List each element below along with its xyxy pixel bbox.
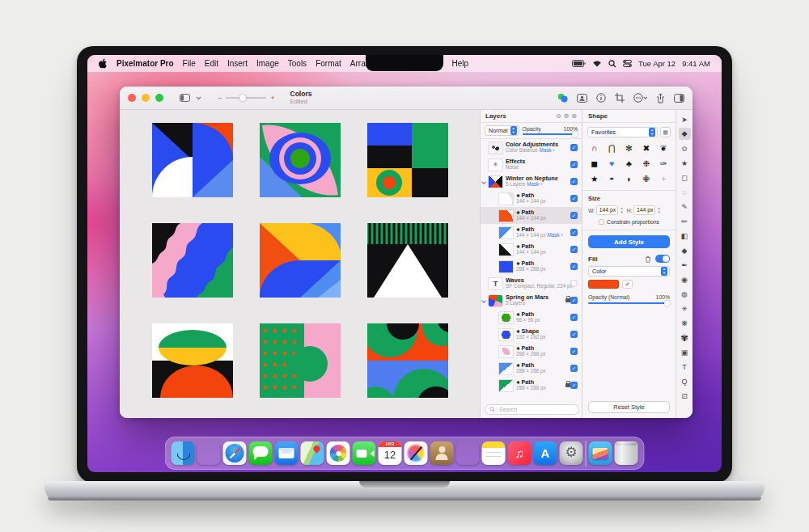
divider[interactable] <box>586 441 587 467</box>
dome-shape[interactable]: ◓ <box>606 173 618 184</box>
layer-visibility-checkbox[interactable] <box>570 246 578 253</box>
clover-shape[interactable]: ♣ <box>623 158 635 169</box>
sidebar-toggle-button[interactable] <box>180 94 190 102</box>
shapes-tool[interactable]: ❖ <box>679 128 691 140</box>
flower-shape[interactable]: ✻ <box>623 142 635 154</box>
menu-item[interactable]: Insert <box>227 59 248 68</box>
layer-visibility-checkbox[interactable] <box>570 348 578 355</box>
blur-tool[interactable]: ◍ <box>679 288 691 300</box>
layer-visibility-checkbox[interactable] <box>570 212 578 219</box>
sidebar-chevron-icon[interactable] <box>196 96 201 100</box>
zoom-slider-knob[interactable] <box>239 95 246 101</box>
insert-button[interactable] <box>557 93 568 103</box>
layer-thumbnail[interactable] <box>499 193 513 205</box>
blob-shape[interactable]: ◼ <box>588 158 600 169</box>
safari[interactable] <box>223 441 247 465</box>
layer-visibility-checkbox[interactable] <box>570 365 578 372</box>
messages[interactable] <box>249 441 273 465</box>
eraser-tool[interactable]: ◆ <box>679 244 691 256</box>
trash-icon[interactable] <box>645 255 651 263</box>
document-canvas[interactable] <box>120 110 480 418</box>
fill-color-swatch[interactable] <box>588 280 619 289</box>
crop-button[interactable] <box>615 93 625 103</box>
clone-tool[interactable]: ◉ <box>679 273 691 285</box>
maps[interactable] <box>301 441 324 465</box>
frame-tool[interactable]: ▣ <box>679 346 691 358</box>
finder[interactable] <box>172 441 195 465</box>
artwork-8[interactable] <box>260 323 341 398</box>
layer-visibility-checkbox[interactable] <box>570 178 578 185</box>
mail[interactable] <box>275 441 299 465</box>
layer-mask-link[interactable]: Mask › <box>548 233 563 239</box>
share-button[interactable] <box>656 93 665 103</box>
menu-item[interactable]: Image <box>256 59 279 68</box>
layers-search-input[interactable] <box>498 406 574 413</box>
fill-opacity-knob[interactable] <box>664 301 670 306</box>
layer-thumbnail[interactable] <box>489 142 502 154</box>
artwork-5[interactable] <box>260 223 341 298</box>
star-shape[interactable]: ★ <box>588 173 600 184</box>
sharpen-tool[interactable]: ✳ <box>679 302 691 315</box>
layer-row[interactable]: Path 288 × 288 px <box>481 258 582 275</box>
calendar[interactable]: APR 12 <box>379 441 402 465</box>
layer-row[interactable]: Path 96 × 96 px <box>481 309 582 326</box>
layer-visibility-checkbox[interactable] <box>570 331 578 338</box>
lock-icon[interactable] <box>565 383 570 387</box>
layer-visibility-checkbox[interactable] <box>570 297 578 304</box>
eyedropper-icon[interactable]: ✐ <box>622 280 633 289</box>
fill-toggle[interactable] <box>655 255 670 263</box>
contacts[interactable] <box>430 441 454 465</box>
width-stepper[interactable]: ▲▼ <box>620 206 623 214</box>
spotlight-icon[interactable] <box>608 60 616 68</box>
chevron-down-icon[interactable] <box>481 298 486 303</box>
height-field[interactable]: 144 px <box>633 205 655 215</box>
artwork-4[interactable] <box>152 223 233 298</box>
layer-thumbnail[interactable] <box>489 295 502 306</box>
zoom-in-button[interactable]: + <box>270 94 274 102</box>
more-tools-button[interactable] <box>633 93 647 103</box>
crop-tool[interactable]: ⊡ <box>679 390 691 402</box>
rect-select-tool[interactable]: ◻ <box>679 171 691 184</box>
opacity-slider-knob[interactable] <box>572 132 578 137</box>
layer-thumbnail[interactable] <box>489 176 502 188</box>
menu-item[interactable]: Format <box>316 59 341 68</box>
artwork-1[interactable] <box>152 123 233 197</box>
close-button[interactable] <box>128 94 136 102</box>
width-field[interactable]: 144 px <box>596 205 618 215</box>
info-button[interactable] <box>596 93 606 103</box>
heal-tool[interactable]: ✾ <box>679 331 691 344</box>
heart-shape[interactable]: ♥ <box>606 158 618 169</box>
cross-shape[interactable]: ✖ <box>640 142 652 154</box>
arch-small-shape[interactable]: ⋂ <box>606 142 618 154</box>
layer-visibility-checkbox[interactable] <box>570 144 578 151</box>
layer-row[interactable]: Winter on Neptune 5 LayersMask › <box>481 173 582 190</box>
layer-thumbnail[interactable] <box>499 329 513 340</box>
appstore[interactable] <box>534 441 557 465</box>
layer-row[interactable]: Path 144 × 144 px <box>481 241 582 258</box>
layer-thumbnail[interactable] <box>489 278 502 289</box>
text-tool[interactable]: T <box>679 361 691 373</box>
menu-bar-date[interactable]: Tue Apr 12 <box>638 59 676 68</box>
fullscreen-button[interactable] <box>155 94 163 102</box>
pixelmator[interactable] <box>404 441 428 465</box>
puzzle-shape[interactable]: ✙ <box>640 173 652 184</box>
fill-opacity-slider[interactable] <box>588 302 670 304</box>
gradient-tool[interactable]: ◧ <box>679 230 691 242</box>
layer-thumbnail[interactable] <box>489 159 502 171</box>
active-app-name[interactable]: Pixelmator Pro <box>116 59 174 68</box>
music[interactable] <box>508 441 532 465</box>
quarter-shape[interactable]: ◗ <box>623 173 635 184</box>
layer-visibility-checkbox[interactable] <box>570 280 578 287</box>
bird-shape[interactable]: ❦ <box>658 142 670 154</box>
feather-shape[interactable]: ✑ <box>658 158 670 169</box>
shape-category-select[interactable]: Favorites ▲▼ <box>587 127 658 137</box>
reset-style-button[interactable]: Reset Style <box>588 401 670 413</box>
quick-select-tool[interactable]: ✎ <box>679 201 691 213</box>
panels-toggle-button[interactable] <box>674 94 684 103</box>
layer-row[interactable]: Shape 192 × 192 px <box>481 326 582 343</box>
lasso-tool[interactable]: ◌ <box>679 186 691 198</box>
layer-visibility-checkbox[interactable] <box>570 229 578 236</box>
layer-row[interactable]: Path 288 × 288 px <box>481 343 582 360</box>
menu-bar-clock[interactable]: 9:41 AM <box>682 59 710 68</box>
zoom-slider[interactable] <box>226 97 266 99</box>
